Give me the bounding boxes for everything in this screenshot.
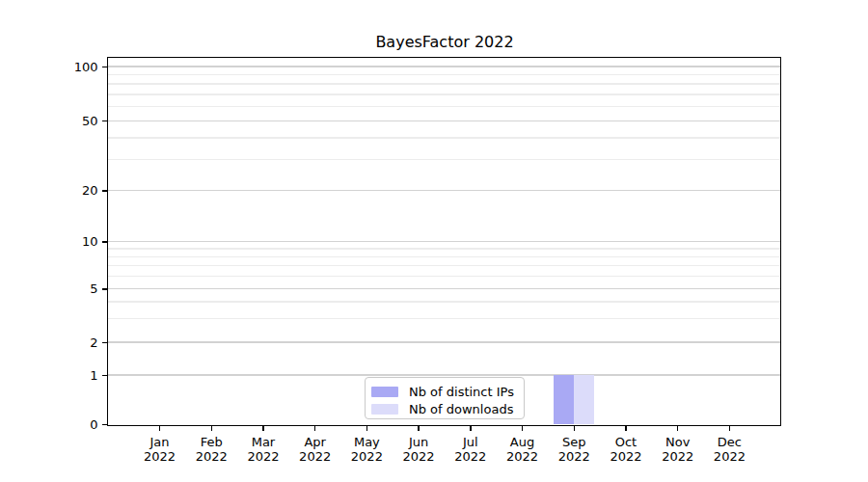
y-tick-label: 0 — [37, 417, 98, 433]
legend-entry-label: Nb of distinct IPs — [409, 385, 514, 400]
x-tick-label-year: 2022 — [698, 449, 760, 464]
y-minor-gridline — [108, 106, 780, 107]
y-minor-gridline — [108, 256, 780, 257]
y-tick-mark — [102, 190, 107, 191]
y-minor-gridline — [108, 318, 780, 319]
y-minor-gridline — [108, 276, 780, 277]
y-tick-label: 10 — [37, 234, 98, 250]
x-tick-label: Dec2022 — [698, 435, 760, 464]
y-gridline — [108, 241, 780, 242]
x-tick-mark — [314, 426, 315, 431]
y-tick-mark — [102, 375, 107, 376]
x-tick-mark — [470, 426, 471, 431]
y-gridline — [108, 374, 780, 375]
y-gridline — [108, 66, 780, 67]
x-tick-mark — [159, 426, 160, 431]
y-minor-gridline — [108, 265, 780, 266]
y-tick-label: 5 — [37, 281, 98, 297]
y-minor-gridline — [108, 74, 780, 75]
y-minor-gridline — [108, 94, 780, 94]
chart-title: BayesFactor 2022 — [108, 33, 781, 52]
y-tick-mark — [102, 342, 107, 343]
y-tick-mark — [102, 67, 107, 67]
y-tick-label: 20 — [37, 183, 98, 199]
legend-entry-label: Nb of downloads — [409, 402, 513, 417]
x-tick-mark — [211, 426, 212, 431]
x-tick-mark — [366, 426, 367, 431]
legend-entry: Nb of distinct IPs — [366, 384, 524, 400]
x-tick-mark — [677, 426, 678, 431]
y-minor-gridline — [108, 301, 780, 302]
bar-downloads — [574, 375, 594, 424]
y-minor-gridline — [108, 137, 780, 138]
y-minor-gridline — [108, 83, 780, 84]
legend-entry: Nb of downloads — [366, 401, 524, 417]
x-tick-mark — [574, 426, 575, 431]
y-minor-gridline — [108, 248, 780, 249]
y-minor-gridline — [108, 159, 780, 160]
y-tick-label: 50 — [37, 114, 98, 129]
x-tick-mark — [262, 426, 263, 431]
x-tick-mark — [522, 426, 523, 431]
x-tick-mark — [729, 426, 730, 431]
y-tick-mark — [102, 241, 107, 242]
y-tick-mark — [102, 120, 107, 121]
chart-canvas: BayesFactor 2022 0125102050100 Jan2022Fe… — [0, 0, 868, 482]
y-tick-mark — [102, 424, 107, 425]
x-tick-mark — [625, 426, 626, 431]
y-gridline — [108, 341, 780, 342]
bar-distinct-ips — [554, 375, 574, 424]
y-tick-label: 1 — [37, 368, 98, 384]
legend-swatch-downloads — [371, 404, 398, 415]
x-tick-label-month: Dec — [698, 435, 760, 449]
legend: Nb of distinct IPsNb of downloads — [365, 377, 525, 419]
y-tick-label: 100 — [37, 60, 98, 75]
y-gridline — [108, 190, 780, 191]
legend-swatch-distinct-ips — [371, 387, 398, 397]
y-tick-mark — [102, 288, 107, 289]
y-gridline — [108, 120, 780, 121]
y-tick-label: 2 — [37, 335, 98, 351]
y-gridline — [108, 288, 780, 289]
x-tick-mark — [418, 426, 419, 431]
plot-area — [107, 57, 781, 426]
